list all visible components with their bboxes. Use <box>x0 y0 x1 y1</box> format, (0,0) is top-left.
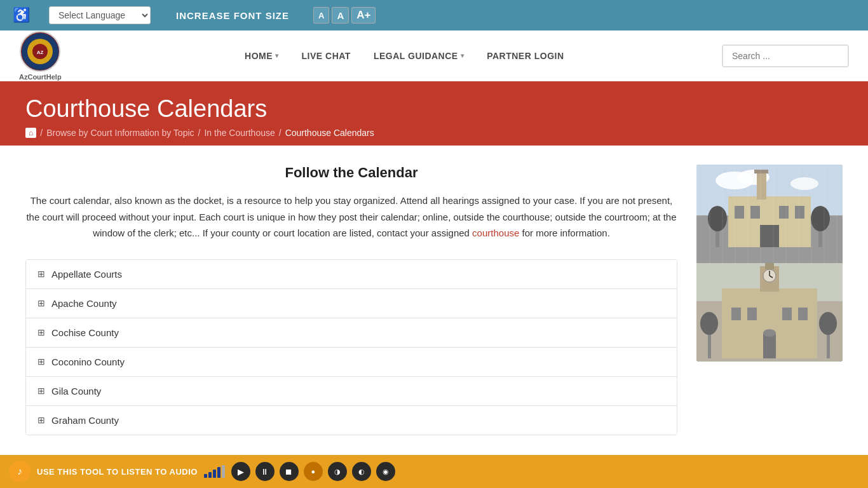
language-select[interactable]: Select Language <box>49 6 151 24</box>
svg-rect-6 <box>696 165 843 215</box>
court-item-label: Gila County <box>51 386 101 396</box>
nav-live-chat[interactable]: LIVE CHAT <box>290 44 362 67</box>
court-item-graham[interactable]: ⊞ Graham County <box>26 406 677 435</box>
svg-rect-14 <box>750 206 760 219</box>
home-dropdown-icon: ▾ <box>275 52 279 59</box>
svg-point-7 <box>715 172 754 189</box>
svg-point-19 <box>708 206 727 231</box>
nav-partner-login-label: PARTNER LOGIN <box>487 51 564 61</box>
svg-rect-17 <box>760 225 779 247</box>
home-breadcrumb-icon[interactable]: ⌂ <box>25 128 36 138</box>
svg-point-8 <box>738 170 770 185</box>
svg-rect-4 <box>696 165 843 263</box>
court-item-label: Appellate Courts <box>51 269 122 280</box>
svg-point-35 <box>763 329 776 337</box>
legal-guidance-dropdown-icon: ▾ <box>461 52 465 59</box>
svg-rect-18 <box>715 222 719 247</box>
court-item-label: Apache County <box>51 298 117 309</box>
svg-rect-30 <box>731 308 741 320</box>
svg-rect-20 <box>818 222 822 247</box>
svg-text:AZ: AZ <box>37 50 44 55</box>
svg-point-39 <box>819 312 837 335</box>
court-icon-apache: ⊞ <box>37 298 45 308</box>
court-list: ⊞ Appellate Courts ⊞ Apache County ⊞ Coc… <box>25 259 677 435</box>
intro-text: The court calendar, also known as the do… <box>25 193 677 241</box>
svg-rect-26 <box>765 263 774 269</box>
logo-text: AzCourtHelp <box>19 73 62 81</box>
font-size-large-button[interactable]: A+ <box>351 7 376 24</box>
svg-point-21 <box>811 206 830 231</box>
nav-legal-guidance-label: LEGAL GUIDANCE <box>374 51 458 61</box>
nav-home-label: HOME <box>245 51 273 61</box>
courthouse-link[interactable]: courthouse <box>472 227 519 238</box>
svg-rect-15 <box>779 206 789 219</box>
nav-home[interactable]: HOME ▾ <box>233 44 290 67</box>
breadcrumb-sep-2: / <box>198 128 201 138</box>
font-size-controls: A A A+ <box>313 7 376 24</box>
font-size-small-button[interactable]: A <box>313 7 329 24</box>
courthouse-photo-bottom <box>696 263 843 362</box>
svg-rect-31 <box>747 308 757 320</box>
search-input[interactable] <box>722 44 849 67</box>
breadcrumb-sep-1: / <box>40 128 43 138</box>
top-bar: ♿ Select Language INCREASE FONT SIZE A A… <box>0 0 868 30</box>
svg-rect-16 <box>795 206 804 219</box>
breadcrumb-sep-3: / <box>279 128 281 138</box>
nav-live-chat-label: LIVE CHAT <box>302 51 351 61</box>
courthouse-image <box>696 165 843 362</box>
font-size-label: INCREASE FONT SIZE <box>176 10 289 21</box>
svg-rect-12 <box>754 170 768 173</box>
logo-image: AZ <box>20 31 60 72</box>
nav-partner-login[interactable]: PARTNER LOGIN <box>475 44 575 67</box>
main-nav: AZ AzCourtHelp HOME ▾ LIVE CHAT LEGAL GU… <box>0 30 868 81</box>
court-item-apache[interactable]: ⊞ Apache County <box>26 289 677 318</box>
court-item-appellate[interactable]: ⊞ Appellate Courts <box>26 260 677 289</box>
breadcrumb-current: Courthouse Calendars <box>285 128 374 138</box>
svg-rect-10 <box>728 196 811 247</box>
svg-rect-33 <box>798 308 808 320</box>
content-right <box>696 165 843 435</box>
court-icon-coconino: ⊞ <box>37 356 45 367</box>
breadcrumb: ⌂ / Browse by Court Information by Topic… <box>25 128 843 138</box>
logo-area[interactable]: AZ AzCourtHelp <box>19 31 62 81</box>
svg-point-9 <box>790 177 818 190</box>
svg-rect-13 <box>735 206 744 219</box>
main-content: Follow the Calendar The court calendar, … <box>0 146 868 454</box>
nav-links: HOME ▾ LIVE CHAT LEGAL GUIDANCE ▾ PARTNE… <box>87 44 722 67</box>
court-item-label: Graham County <box>51 415 119 426</box>
page-title: Courthouse Calendars <box>25 95 843 123</box>
court-item-cochise[interactable]: ⊞ Cochise County <box>26 318 677 348</box>
breadcrumb-court-info[interactable]: Browse by Court Information by Topic <box>46 128 194 138</box>
svg-point-37 <box>700 312 718 335</box>
font-size-medium-button[interactable]: A <box>332 7 349 24</box>
court-icon-gila: ⊞ <box>37 386 45 396</box>
nav-legal-guidance[interactable]: LEGAL GUIDANCE ▾ <box>362 44 475 67</box>
court-item-label: Coconino County <box>51 356 125 367</box>
hero-banner: Courthouse Calendars ⌂ / Browse by Court… <box>0 81 868 146</box>
breadcrumb-in-courthouse[interactable]: In the Courthouse <box>204 128 275 138</box>
section-title: Follow the Calendar <box>25 165 677 181</box>
court-item-coconino[interactable]: ⊞ Coconino County <box>26 348 677 377</box>
court-icon-appellate: ⊞ <box>37 269 45 279</box>
svg-rect-5 <box>696 215 843 263</box>
court-item-label: Cochise County <box>51 327 119 338</box>
content-left: Follow the Calendar The court calendar, … <box>25 165 677 435</box>
courthouse-photo-top <box>696 165 843 263</box>
court-icon-graham: ⊞ <box>37 415 45 425</box>
court-item-gila[interactable]: ⊞ Gila County <box>26 377 677 406</box>
court-icon-cochise: ⊞ <box>37 327 45 337</box>
accessibility-icon: ♿ <box>13 7 30 24</box>
svg-rect-11 <box>757 171 766 200</box>
svg-rect-32 <box>782 308 792 320</box>
